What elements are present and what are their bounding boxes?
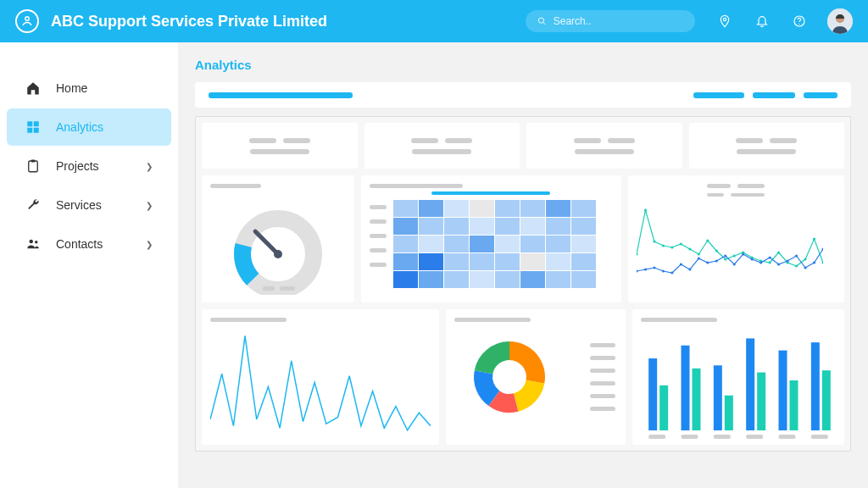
svg-rect-27: [546, 200, 570, 217]
svg-rect-40: [470, 236, 494, 252]
svg-point-80: [804, 258, 806, 260]
svg-point-85: [653, 266, 655, 269]
search-icon: [537, 16, 547, 26]
svg-point-67: [688, 247, 691, 250]
svg-point-72: [732, 254, 735, 257]
svg-rect-107: [648, 435, 665, 439]
stat-card[interactable]: [689, 123, 845, 169]
svg-rect-29: [393, 218, 418, 235]
svg-rect-22: [419, 200, 443, 217]
heatmap-chart-card[interactable]: [361, 175, 621, 302]
filter-pill[interactable]: [753, 92, 795, 98]
svg-rect-106: [659, 385, 668, 430]
svg-rect-24: [470, 200, 494, 217]
svg-rect-109: [693, 369, 701, 430]
grid-icon: [25, 119, 41, 135]
svg-rect-48: [470, 253, 494, 270]
svg-point-98: [768, 256, 771, 258]
svg-rect-23: [444, 200, 469, 217]
chevron-right-icon: ❯: [146, 201, 153, 210]
nav-label: Contacts: [56, 237, 103, 251]
svg-point-15: [35, 241, 37, 243]
search-box[interactable]: [526, 10, 695, 32]
gauge-chart-card[interactable]: [202, 175, 354, 302]
sidebar-item-home[interactable]: Home: [7, 69, 171, 107]
svg-point-89: [688, 268, 691, 270]
svg-rect-108: [682, 346, 690, 430]
svg-rect-28: [571, 200, 596, 217]
svg-rect-9: [34, 121, 39, 126]
location-icon[interactable]: [717, 14, 732, 29]
svg-point-76: [768, 261, 771, 263]
filter-bar: [195, 82, 851, 108]
filter-pill[interactable]: [804, 92, 837, 98]
svg-rect-20: [280, 286, 295, 291]
avatar[interactable]: [827, 8, 853, 34]
svg-rect-51: [546, 253, 570, 270]
search-input[interactable]: [554, 15, 683, 27]
stat-card[interactable]: [364, 123, 520, 169]
svg-point-63: [653, 240, 655, 242]
svg-rect-50: [520, 253, 545, 270]
donut-chart: [463, 330, 556, 424]
svg-point-99: [777, 263, 780, 265]
svg-point-79: [795, 264, 798, 267]
nav-label: Projects: [56, 159, 99, 173]
svg-rect-35: [546, 218, 570, 235]
svg-rect-26: [520, 200, 545, 217]
svg-point-18: [274, 250, 282, 258]
svg-rect-122: [811, 435, 828, 439]
sidebar-item-projects[interactable]: Projects ❯: [7, 147, 171, 185]
svg-rect-39: [444, 236, 469, 252]
home-icon: [25, 80, 41, 96]
filter-active[interactable]: [209, 92, 353, 98]
svg-rect-114: [746, 338, 754, 430]
svg-point-96: [750, 258, 753, 260]
line-chart: [210, 330, 431, 439]
svg-rect-32: [470, 218, 494, 235]
svg-point-69: [706, 239, 709, 241]
svg-rect-19: [263, 286, 275, 291]
stat-card[interactable]: [526, 123, 682, 169]
help-icon[interactable]: [792, 14, 807, 29]
svg-rect-113: [714, 435, 731, 439]
svg-rect-46: [419, 253, 443, 270]
svg-rect-54: [419, 271, 443, 288]
heatmap-chart: [393, 200, 597, 289]
svg-point-91: [706, 261, 709, 263]
svg-rect-112: [725, 396, 733, 430]
sidebar-item-analytics[interactable]: Analytics: [7, 108, 171, 146]
svg-point-0: [25, 17, 29, 20]
filter-pill[interactable]: [693, 92, 744, 98]
clipboard-icon: [25, 158, 41, 174]
svg-point-101: [795, 254, 798, 257]
chevron-right-icon: ❯: [146, 162, 153, 171]
svg-rect-117: [779, 351, 787, 430]
svg-rect-30: [419, 218, 443, 235]
svg-rect-13: [31, 160, 36, 163]
svg-rect-12: [29, 161, 38, 172]
sidebar-item-contacts[interactable]: Contacts ❯: [7, 225, 171, 263]
dual-line-chart: [637, 203, 823, 288]
sidebar-item-services[interactable]: Services ❯: [7, 186, 171, 224]
svg-rect-52: [571, 253, 596, 270]
company-logo-icon: [15, 9, 39, 33]
svg-point-87: [670, 271, 673, 274]
stat-card[interactable]: [202, 123, 358, 169]
svg-point-92: [715, 259, 717, 262]
bar-chart-card[interactable]: [632, 309, 844, 445]
dual-line-chart-card[interactable]: [628, 175, 844, 302]
svg-rect-34: [520, 218, 545, 235]
svg-point-3: [723, 18, 726, 20]
svg-point-90: [697, 257, 699, 259]
line-chart-card[interactable]: [202, 309, 439, 445]
svg-line-17: [255, 231, 278, 254]
donut-chart-card[interactable]: [446, 309, 626, 445]
svg-point-97: [760, 261, 762, 263]
bell-icon[interactable]: [754, 14, 770, 29]
svg-point-82: [821, 261, 823, 263]
topbar: ABC Support Services Private Limited: [0, 0, 868, 42]
svg-rect-36: [571, 218, 596, 235]
svg-line-2: [543, 22, 546, 25]
svg-point-68: [697, 252, 699, 255]
